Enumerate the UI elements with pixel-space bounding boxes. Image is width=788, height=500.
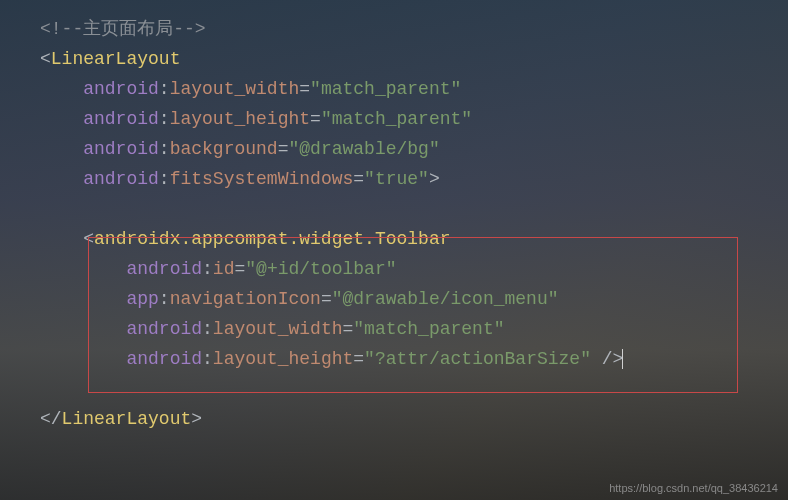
code-comment: <!--主页面布局--> <box>40 14 748 44</box>
code-block: <!--主页面布局--> <LinearLayout android:layou… <box>0 0 788 448</box>
text-cursor <box>622 349 623 369</box>
code-line-attr: android:layout_width="match_parent" <box>40 314 748 344</box>
code-line-attr: android:layout_height="?attr/actionBarSi… <box>40 344 748 374</box>
code-line-root-open: <LinearLayout <box>40 44 748 74</box>
code-line-attr: android:background="@drawable/bg" <box>40 134 748 164</box>
code-line-child-open: <androidx.appcompat.widget.Toolbar <box>40 224 748 254</box>
watermark-text: https://blog.csdn.net/qq_38436214 <box>609 482 778 494</box>
code-blank-line <box>40 374 748 404</box>
code-line-attr: android:fitsSystemWindows="true"> <box>40 164 748 194</box>
code-line-attr: android:id="@+id/toolbar" <box>40 254 748 284</box>
code-line-attr: android:layout_height="match_parent" <box>40 104 748 134</box>
code-line-attr: app:navigationIcon="@drawable/icon_menu" <box>40 284 748 314</box>
code-line-root-close: </LinearLayout> <box>40 404 748 434</box>
code-line-attr: android:layout_width="match_parent" <box>40 74 748 104</box>
code-blank-line <box>40 194 748 224</box>
